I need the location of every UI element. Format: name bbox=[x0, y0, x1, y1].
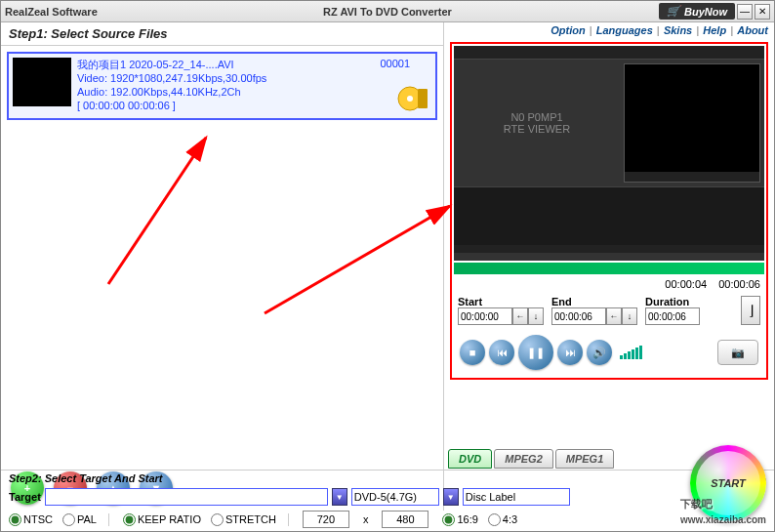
svg-point-1 bbox=[407, 96, 413, 102]
disc-type-select[interactable] bbox=[351, 488, 439, 506]
start-label: Start bbox=[458, 296, 544, 307]
minimize-button[interactable]: — bbox=[737, 4, 753, 20]
menu-languages[interactable]: Languages bbox=[596, 24, 653, 36]
source-index: 00001 bbox=[380, 58, 410, 69]
source-item[interactable]: 我的项目1 2020-05-22_14-....AVI Video: 1920*… bbox=[7, 52, 437, 120]
target-input[interactable] bbox=[45, 488, 328, 506]
duration-input[interactable] bbox=[645, 307, 700, 325]
prev-frame-button[interactable]: ⏮ bbox=[489, 340, 514, 365]
skip-back-icon: ⏮ bbox=[497, 347, 508, 358]
aspect-43-radio[interactable]: 4:3 bbox=[488, 513, 517, 526]
target-dropdown-button[interactable]: ▼ bbox=[332, 488, 347, 506]
next-frame-button[interactable]: ⏭ bbox=[557, 340, 583, 365]
menu-about[interactable]: About bbox=[737, 24, 768, 36]
ntsc-radio[interactable]: NTSC bbox=[9, 513, 53, 526]
source-time-info: [ 00:00:00 00:00:06 ] bbox=[77, 99, 266, 112]
source-video-info: Video: 1920*1080,247.19Kbps,30.00fps bbox=[77, 71, 266, 85]
height-input[interactable] bbox=[382, 511, 428, 528]
dvd-icon bbox=[396, 83, 431, 114]
volume-level[interactable] bbox=[620, 346, 642, 359]
preview-timeline-area bbox=[454, 186, 764, 245]
width-input[interactable] bbox=[303, 511, 349, 528]
duration-label: Duration bbox=[645, 296, 700, 307]
source-filename: 我的项目1 2020-05-22_14-....AVI bbox=[77, 58, 266, 71]
end-next-button[interactable]: ↓ bbox=[622, 307, 637, 325]
end-label: End bbox=[551, 296, 637, 307]
stop-icon: ■ bbox=[469, 347, 476, 358]
pause-icon: ❚❚ bbox=[527, 347, 545, 359]
time-current: 00:00:04 bbox=[665, 278, 707, 290]
start-prev-button[interactable]: ← bbox=[512, 307, 528, 325]
menu-bar: Option| Languages| Skins| Help| About bbox=[551, 24, 768, 36]
skip-forward-icon: ⏭ bbox=[565, 347, 576, 358]
close-button[interactable]: ✕ bbox=[755, 4, 770, 20]
disc-label-input[interactable] bbox=[463, 488, 570, 506]
keep-ratio-radio[interactable]: KEEP RATIO bbox=[123, 513, 201, 526]
preview-right-pane bbox=[624, 63, 760, 183]
end-time-input[interactable] bbox=[551, 307, 606, 325]
preview-hint-2: RTE VIEWER bbox=[504, 123, 570, 135]
tab-mpeg1[interactable]: MPEG1 bbox=[555, 449, 615, 469]
tab-dvd[interactable]: DVD bbox=[448, 449, 492, 469]
tab-mpeg2[interactable]: MPEG2 bbox=[494, 449, 553, 469]
pal-radio[interactable]: PAL bbox=[62, 513, 97, 526]
start-next-button[interactable]: ↓ bbox=[528, 307, 544, 325]
cart-icon: 🛒 bbox=[667, 5, 680, 18]
menu-skins[interactable]: Skins bbox=[664, 24, 692, 36]
aspect-169-radio[interactable]: 16:9 bbox=[442, 513, 477, 526]
snapshot-button[interactable]: 📷 bbox=[717, 340, 758, 365]
play-pause-button[interactable]: ❚❚ bbox=[518, 335, 553, 370]
buy-now-label: BuyNow bbox=[684, 6, 727, 18]
preview-panel: N0 P0MP1 RTE VIEWER 00:00:04 00:00:06 St… bbox=[450, 42, 768, 380]
svg-rect-2 bbox=[418, 89, 428, 108]
disc-type-dropdown-button[interactable]: ▼ bbox=[443, 488, 459, 506]
time-total: 00:00:06 bbox=[718, 278, 760, 290]
volume-button[interactable]: 🔊 bbox=[587, 340, 612, 365]
progress-bar[interactable] bbox=[454, 263, 764, 274]
stretch-radio[interactable]: STRETCH bbox=[211, 513, 276, 526]
app-title: RZ AVI To DVD Converter bbox=[323, 6, 452, 18]
set-range-button[interactable]: ⌋ bbox=[741, 296, 760, 325]
start-time-input[interactable] bbox=[458, 307, 512, 325]
source-list[interactable]: 我的项目1 2020-05-22_14-....AVI Video: 1920*… bbox=[1, 46, 443, 466]
speaker-icon: 🔊 bbox=[592, 347, 606, 359]
step1-header: Step1: Select Source Files bbox=[1, 22, 443, 46]
x-label: x bbox=[363, 513, 369, 525]
camera-icon: 📷 bbox=[731, 347, 745, 359]
preview-left-pane: N0 P0MP1 RTE VIEWER bbox=[454, 60, 620, 186]
end-prev-button[interactable]: ← bbox=[606, 307, 622, 325]
source-thumbnail bbox=[13, 58, 71, 106]
preview-hint-1: N0 P0MP1 bbox=[504, 111, 570, 123]
step2-header: Step2: Select Target And Start bbox=[9, 472, 163, 484]
start-label: START bbox=[711, 477, 746, 489]
menu-option[interactable]: Option bbox=[551, 24, 585, 36]
menu-help[interactable]: Help bbox=[703, 24, 726, 36]
brand-label: RealZeal Software bbox=[5, 6, 98, 18]
start-button[interactable]: START bbox=[690, 445, 766, 521]
buy-now-button[interactable]: 🛒 BuyNow bbox=[659, 3, 735, 20]
preview-video[interactable]: N0 P0MP1 RTE VIEWER bbox=[454, 46, 764, 261]
source-audio-info: Audio: 192.00Kbps,44.10KHz,2Ch bbox=[77, 85, 266, 99]
source-info: 我的项目1 2020-05-22_14-....AVI Video: 1920*… bbox=[77, 58, 266, 114]
target-label: Target bbox=[9, 491, 41, 503]
stop-button[interactable]: ■ bbox=[460, 340, 485, 365]
